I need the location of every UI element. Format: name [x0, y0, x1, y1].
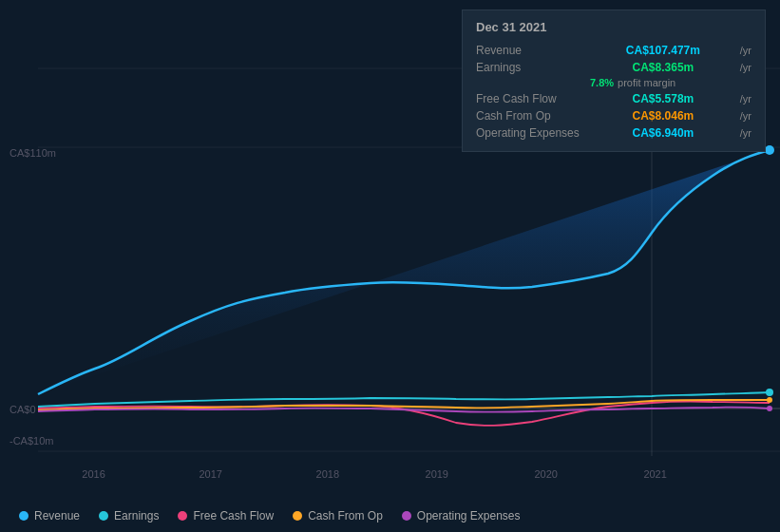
- x-label-2020: 2020: [534, 468, 557, 480]
- tooltip-fcf-unit: /yr: [740, 93, 751, 104]
- tooltip-margin-sub: 7.8% profit margin: [476, 76, 751, 90]
- tooltip-revenue-row: Revenue CA$107.477m /yr: [476, 42, 751, 59]
- y-label-top: CA$110m: [10, 147, 56, 159]
- tooltip-revenue-label: Revenue: [476, 44, 590, 57]
- legend-earnings-label: Earnings: [114, 509, 159, 522]
- legend-fcf[interactable]: Free Cash Flow: [178, 509, 274, 522]
- tooltip-fcf-row: Free Cash Flow CA$5.578m /yr: [476, 90, 751, 107]
- legend-revenue-dot: [19, 511, 29, 521]
- legend: Revenue Earnings Free Cash Flow Cash Fro…: [19, 509, 521, 522]
- tooltip-cashop-row: Cash From Op CA$8.046m /yr: [476, 107, 751, 124]
- svg-point-7: [765, 145, 774, 155]
- tooltip-cashop-unit: /yr: [740, 110, 751, 122]
- tooltip-opex-row: Operating Expenses CA$6.940m /yr: [476, 124, 751, 142]
- tooltip-revenue-unit: /yr: [740, 45, 751, 56]
- tooltip-opex-label: Operating Expenses: [476, 126, 590, 140]
- tooltip: Dec 31 2021 Revenue CA$107.477m /yr Earn…: [462, 10, 766, 152]
- tooltip-earnings-value: CA$8.365m: [633, 61, 694, 74]
- legend-earnings-dot: [99, 511, 108, 521]
- tooltip-opex-unit: /yr: [740, 127, 751, 139]
- svg-point-9: [767, 397, 772, 403]
- x-label-2021: 2021: [643, 468, 666, 480]
- tooltip-revenue-value: CA$107.477m: [626, 44, 700, 57]
- tooltip-earnings-unit: /yr: [740, 62, 751, 73]
- chart-container: CA$110m CA$0 -CA$10m 2016 2017 2018 2019…: [0, 0, 780, 532]
- tooltip-cashop-value: CA$8.046m: [633, 109, 694, 123]
- legend-opex[interactable]: Operating Expenses: [402, 509, 521, 522]
- legend-opex-dot: [402, 511, 411, 521]
- legend-opex-label: Operating Expenses: [417, 509, 521, 522]
- x-label-2019: 2019: [426, 468, 448, 480]
- tooltip-earnings-label: Earnings: [476, 61, 590, 74]
- y-label-neg: -CA$10m: [10, 435, 53, 446]
- legend-fcf-dot: [178, 511, 187, 521]
- tooltip-fcf-label: Free Cash Flow: [476, 92, 590, 105]
- legend-earnings[interactable]: Earnings: [99, 509, 159, 522]
- tooltip-date: Dec 31 2021: [476, 20, 751, 34]
- svg-point-8: [766, 389, 773, 396]
- legend-fcf-label: Free Cash Flow: [193, 509, 274, 522]
- legend-revenue[interactable]: Revenue: [19, 509, 80, 522]
- x-label-2018: 2018: [316, 468, 339, 480]
- legend-cashop[interactable]: Cash From Op: [293, 509, 383, 522]
- legend-cashop-dot: [293, 511, 302, 521]
- tooltip-earnings-row: Earnings CA$8.365m /yr: [476, 59, 751, 76]
- tooltip-cashop-label: Cash From Op: [476, 109, 590, 123]
- x-label-2016: 2016: [82, 468, 105, 480]
- legend-cashop-label: Cash From Op: [308, 509, 383, 522]
- y-label-zero: CA$0: [10, 404, 36, 415]
- tooltip-opex-value: CA$6.940m: [633, 126, 694, 140]
- tooltip-fcf-value: CA$5.578m: [633, 92, 694, 105]
- x-label-2017: 2017: [199, 468, 221, 480]
- svg-point-10: [767, 406, 772, 411]
- legend-revenue-label: Revenue: [34, 509, 80, 522]
